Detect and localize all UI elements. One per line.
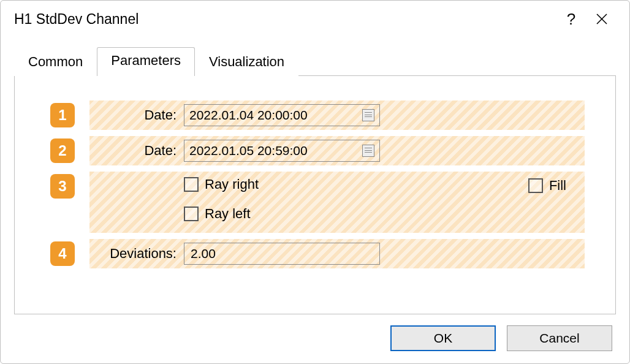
content-area: Common Parameters Visualization 1 Date: … [1,37,629,314]
help-icon[interactable]: ? [556,4,586,34]
date-input-2-value: 2022.01.05 20:59:00 [189,143,362,158]
row-badge-2: 2 [50,138,75,163]
row-strip-4: Deviations: 2.00 [89,239,585,268]
row-strip-1: Date: 2022.01.04 20:00:00 [89,100,585,130]
date-input-2[interactable]: 2022.01.05 20:59:00 [184,140,380,162]
cancel-button[interactable]: Cancel [507,325,612,351]
deviations-label: Deviations: [97,246,176,262]
fill-label: Fill [549,178,566,194]
titlebar: H1 StdDev Channel ? [1,1,629,37]
button-bar: OK Cancel [1,314,629,363]
tab-strip: Common Parameters Visualization [14,47,616,75]
row-badge-1: 1 [50,103,75,127]
tab-visualization[interactable]: Visualization [195,48,298,76]
row-strip-3: Ray right Ray left Fill [89,172,585,233]
dialog-window: H1 StdDev Channel ? Common Parameters Vi… [0,0,630,364]
fill-checkbox[interactable] [528,178,543,193]
date-input-1[interactable]: 2022.01.04 20:00:00 [184,104,380,126]
date-input-1-value: 2022.01.04 20:00:00 [189,108,362,123]
calendar-icon[interactable] [362,145,374,157]
param-row-2: 2 Date: 2022.01.05 20:59:00 [50,136,585,165]
tab-parameters[interactable]: Parameters [97,47,195,76]
calendar-icon[interactable] [362,109,374,121]
window-title: H1 StdDev Channel [14,11,556,28]
row-badge-3: 3 [50,174,75,199]
ray-right-checkbox[interactable] [184,177,199,192]
row-strip-2: Date: 2022.01.05 20:59:00 [89,136,585,165]
param-row-3: 3 Ray right Ray left [50,172,585,233]
tab-common[interactable]: Common [14,48,97,76]
param-row-4: 4 Deviations: 2.00 [50,239,585,268]
deviations-value: 2.00 [191,246,216,261]
row-badge-4: 4 [50,241,75,266]
date-label-2: Date: [97,143,176,159]
close-icon[interactable] [586,4,617,34]
ray-left-option[interactable]: Ray left [184,206,259,222]
ray-left-checkbox[interactable] [184,207,199,221]
param-row-1: 1 Date: 2022.01.04 20:00:00 [50,100,585,130]
fill-option[interactable]: Fill [528,178,566,194]
ray-right-option[interactable]: Ray right [184,176,259,192]
tab-panel-parameters: 1 Date: 2022.01.04 20:00:00 2 Date: [14,75,616,314]
ok-button[interactable]: OK [390,325,496,351]
ray-left-label: Ray left [205,206,251,222]
date-label-1: Date: [97,107,176,123]
deviations-input[interactable]: 2.00 [184,243,380,265]
ray-right-label: Ray right [205,176,259,192]
